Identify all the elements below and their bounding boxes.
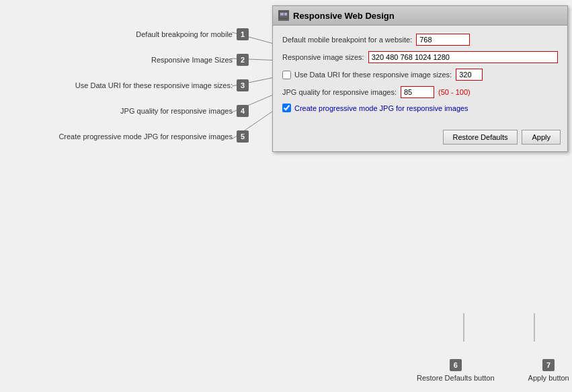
annotation-item-5: Create progressive mode JPG for responsi… <box>0 130 255 143</box>
annotation-badge-3: 3 <box>237 79 249 91</box>
data-uri-label: Use Data URI for these responsive image … <box>294 71 452 79</box>
progressive-jpg-checkbox[interactable] <box>282 104 291 112</box>
svg-rect-8 <box>280 13 284 15</box>
annotation-label-1: Default breakpoing for mobile <box>136 30 233 38</box>
annotation-item-2: Responsive Image Sizes 2 <box>0 54 255 66</box>
progressive-jpg-row: Create progressive mode JPG for responsi… <box>282 104 558 112</box>
annotation-item-3: Use Data URI for these responsive image … <box>0 79 255 91</box>
responsive-sizes-row: Responsive image sizes: <box>282 51 558 63</box>
mobile-breakpoint-row: Default mobile breakpoint for a website: <box>282 34 558 46</box>
bottom-annotation-6: 6 Restore Defaults button <box>417 359 495 382</box>
restore-defaults-button[interactable]: Restore Defaults <box>443 130 518 145</box>
jpg-quality-input[interactable] <box>401 86 434 98</box>
bottom-label-7: Apply button <box>528 374 569 382</box>
annotation-label-5: Create progressive mode JPG for responsi… <box>58 132 233 141</box>
jpg-quality-label: JPG quality for responsive images: <box>282 88 397 96</box>
left-annotations: Default breakpoing for mobile 1 Responsi… <box>0 20 255 155</box>
bottom-annotation-7: 7 Apply button <box>528 359 569 382</box>
progressive-jpg-label: Create progressive mode JPG for responsi… <box>294 104 468 112</box>
annotation-badge-2: 2 <box>237 54 249 66</box>
dialog-footer: Restore Defaults Apply <box>443 130 561 145</box>
responsive-web-design-dialog: Responsive Web Design Default mobile bre… <box>272 5 568 152</box>
annotation-label-2: Responsive Image Sizes <box>151 56 233 64</box>
annotation-label-4: JPG quality for responsive images <box>120 107 233 115</box>
jpg-quality-hint: (50 - 100) <box>438 88 471 96</box>
responsive-sizes-label: Responsive image sizes: <box>282 53 364 61</box>
data-uri-input[interactable] <box>456 69 483 81</box>
annotation-item-4: JPG quality for responsive images 4 <box>0 105 255 117</box>
dialog-icon <box>278 10 289 21</box>
jpg-quality-row: JPG quality for responsive images: (50 -… <box>282 86 558 98</box>
bottom-badge-6: 6 <box>450 359 462 371</box>
svg-rect-9 <box>284 13 287 15</box>
responsive-sizes-input[interactable] <box>368 51 558 63</box>
dialog-titlebar: Responsive Web Design <box>273 6 567 26</box>
mobile-breakpoint-label: Default mobile breakpoint for a website: <box>282 36 412 44</box>
bottom-label-6: Restore Defaults button <box>417 374 495 382</box>
annotation-label-3: Use Data URI for these responsive image … <box>75 81 233 89</box>
annotation-badge-4: 4 <box>237 105 249 117</box>
apply-button[interactable]: Apply <box>522 130 561 145</box>
annotation-item-1: Default breakpoing for mobile 1 <box>0 28 255 40</box>
annotation-badge-5: 5 <box>237 130 249 143</box>
annotation-badge-1: 1 <box>237 28 249 40</box>
data-uri-checkbox[interactable] <box>282 71 291 79</box>
mobile-breakpoint-input[interactable] <box>416 34 470 46</box>
bottom-annotations: 6 Restore Defaults button 7 Apply button <box>417 359 569 382</box>
bottom-badge-7: 7 <box>542 359 555 371</box>
dialog-title: Responsive Web Design <box>293 11 395 21</box>
data-uri-row: Use Data URI for these responsive image … <box>282 69 558 81</box>
